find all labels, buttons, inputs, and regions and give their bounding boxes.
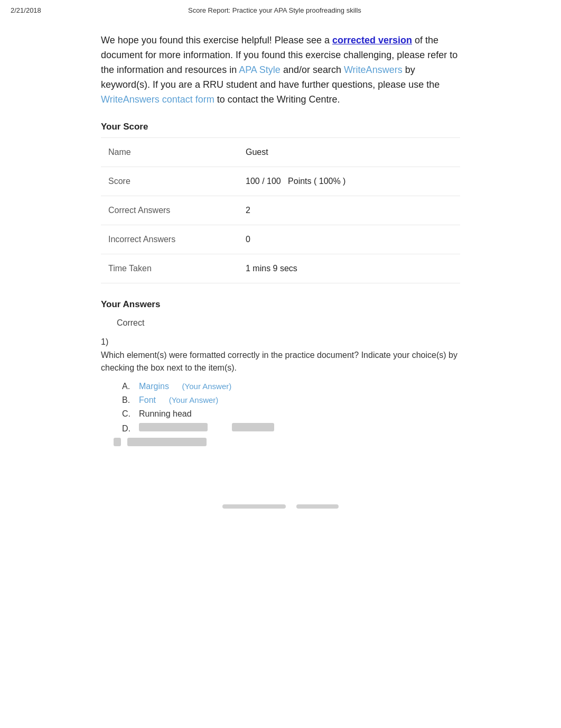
your-score-section: Your Score Name Guest Score 100 / 100 Po… — [101, 122, 460, 283]
answer-text-b: Font — [139, 395, 156, 405]
writeanswers-contact-link[interactable]: WriteAnswers contact form — [101, 94, 214, 105]
main-content: We hope you found this exercise helpful!… — [90, 33, 471, 519]
answer-text-d-blurred2 — [232, 423, 274, 431]
list-item: D. — [122, 423, 460, 434]
answer-letter-a: A. — [122, 382, 135, 391]
footer-area — [101, 478, 460, 519]
score-value-score: 100 / 100 Points ( 100% ) — [238, 167, 460, 196]
table-row: Time Taken 1 mins 9 secs — [101, 254, 460, 283]
table-row: Score 100 / 100 Points ( 100% ) — [101, 167, 460, 196]
table-row: Name Guest — [101, 138, 460, 167]
header-title: Score Report: Practice your APA Style pr… — [41, 6, 508, 14]
question-number: 1) — [101, 337, 460, 347]
correct-status-label: Correct — [117, 318, 460, 328]
question-block: 1) Which element(s) were formatted corre… — [101, 337, 460, 446]
list-item: C. Running head — [122, 409, 460, 419]
intro-paragraph: We hope you found this exercise helpful!… — [101, 33, 460, 107]
intro-text-mid: and/or search — [280, 64, 344, 75]
answers-section-title: Your Answers — [101, 299, 460, 310]
writeanswers-link[interactable]: WriteAnswers — [344, 64, 403, 75]
answer-e-row — [114, 438, 460, 446]
header-date: 2/21/2018 — [11, 6, 41, 14]
score-value-incorrect: 0 — [238, 225, 460, 254]
answer-e-bullet — [114, 438, 121, 446]
answer-letter-c: C. — [122, 409, 135, 419]
answer-list: A. Margins (Your Answer) B. Font (Your A… — [122, 382, 460, 434]
score-section-title: Your Score — [101, 122, 460, 132]
intro-text-before: We hope you found this exercise helpful!… — [101, 35, 332, 45]
answer-text-d-blurred1 — [139, 423, 208, 431]
score-value-correct: 2 — [238, 196, 460, 225]
score-label-incorrect: Incorrect Answers — [101, 225, 238, 254]
score-value-name: Guest — [238, 138, 460, 167]
footer-bar-2 — [296, 504, 339, 509]
score-label-name: Name — [101, 138, 238, 167]
question-text: Which element(s) were formatted correctl… — [101, 349, 460, 374]
table-row: Incorrect Answers 0 — [101, 225, 460, 254]
list-item: A. Margins (Your Answer) — [122, 382, 460, 391]
intro-text-end: to contact the Writing Centre. — [214, 94, 340, 105]
score-table: Name Guest Score 100 / 100 Points ( 100%… — [101, 137, 460, 283]
answer-e-text-blurred — [127, 438, 207, 446]
your-answer-tag-b: (Your Answer) — [160, 395, 218, 404]
score-label-score: Score — [101, 167, 238, 196]
answer-text-c: Running head — [139, 409, 192, 419]
apa-style-link[interactable]: APA Style — [239, 64, 280, 75]
answer-letter-b: B. — [122, 395, 135, 405]
footer-bars — [101, 504, 460, 509]
corrected-version-link[interactable]: corrected version — [332, 35, 412, 45]
answer-letter-d: D. — [122, 424, 135, 434]
footer-bar-1 — [222, 504, 286, 509]
your-answers-section: Your Answers Correct 1) Which element(s)… — [101, 299, 460, 446]
your-answer-tag-a: (Your Answer) — [173, 382, 231, 391]
answer-text-a: Margins — [139, 382, 169, 391]
table-row: Correct Answers 2 — [101, 196, 460, 225]
page-header: 2/21/2018 Score Report: Practice your AP… — [0, 0, 561, 17]
score-label-correct: Correct Answers — [101, 196, 238, 225]
score-value-time: 1 mins 9 secs — [238, 254, 460, 283]
list-item: B. Font (Your Answer) — [122, 395, 460, 405]
score-label-time: Time Taken — [101, 254, 238, 283]
